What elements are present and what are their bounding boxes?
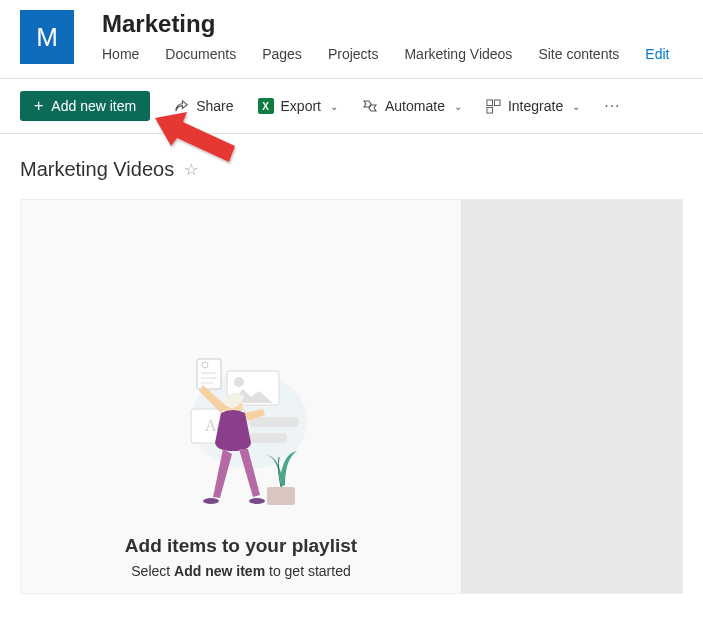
nav-edit-link[interactable]: Edit (645, 46, 669, 62)
svg-rect-2 (487, 107, 493, 113)
empty-state-panel: Aa (21, 200, 461, 593)
export-label: Export (281, 98, 321, 114)
add-new-item-button[interactable]: + Add new item (20, 91, 150, 121)
nav-item-pages[interactable]: Pages (262, 46, 302, 62)
svg-rect-10 (249, 433, 287, 443)
page-title-row: Marketing Videos ☆ (0, 134, 703, 199)
chevron-down-icon: ⌄ (454, 101, 462, 112)
share-icon (174, 99, 189, 114)
nav-item-projects[interactable]: Projects (328, 46, 379, 62)
svg-point-6 (234, 377, 244, 387)
svg-point-17 (203, 498, 219, 504)
share-button[interactable]: Share (174, 98, 233, 114)
export-button[interactable]: X Export ⌄ (258, 98, 338, 114)
svg-point-18 (249, 498, 265, 504)
nav-item-home[interactable]: Home (102, 46, 139, 62)
integrate-label: Integrate (508, 98, 563, 114)
site-logo-letter: M (36, 22, 58, 53)
integrate-button[interactable]: Integrate ⌄ (486, 98, 580, 114)
automate-label: Automate (385, 98, 445, 114)
automate-button[interactable]: Automate ⌄ (362, 98, 462, 114)
excel-icon: X (258, 98, 274, 114)
more-commands-button[interactable]: ··· (604, 97, 620, 115)
share-label: Share (196, 98, 233, 114)
add-new-item-label: Add new item (51, 98, 136, 114)
site-info: Marketing Home Documents Pages Projects … (102, 10, 683, 62)
svg-rect-11 (197, 359, 221, 389)
favorite-star-icon[interactable]: ☆ (184, 160, 198, 179)
flow-icon (362, 98, 378, 114)
svg-rect-0 (487, 99, 493, 105)
site-nav: Home Documents Pages Projects Marketing … (102, 46, 683, 62)
site-logo[interactable]: M (20, 10, 74, 64)
empty-state-heading: Add items to your playlist (125, 535, 357, 557)
site-header: M Marketing Home Documents Pages Project… (0, 0, 703, 64)
chevron-down-icon: ⌄ (330, 101, 338, 112)
page-title: Marketing Videos (20, 158, 174, 181)
svg-rect-9 (249, 417, 299, 427)
nav-item-marketing-videos[interactable]: Marketing Videos (404, 46, 512, 62)
plus-icon: + (34, 98, 43, 114)
content-area: Aa (20, 199, 683, 594)
nav-item-documents[interactable]: Documents (165, 46, 236, 62)
side-panel (461, 200, 682, 593)
command-bar: + Add new item Share X Export ⌄ Automate… (0, 79, 703, 134)
svg-rect-19 (267, 487, 295, 505)
site-title[interactable]: Marketing (102, 10, 683, 38)
nav-item-site-contents[interactable]: Site contents (538, 46, 619, 62)
chevron-down-icon: ⌄ (572, 101, 580, 112)
empty-state-illustration-icon: Aa (161, 351, 321, 521)
grid-icon (486, 99, 501, 114)
svg-rect-1 (494, 99, 500, 105)
empty-state-subtext: Select Add new item to get started (131, 563, 350, 579)
